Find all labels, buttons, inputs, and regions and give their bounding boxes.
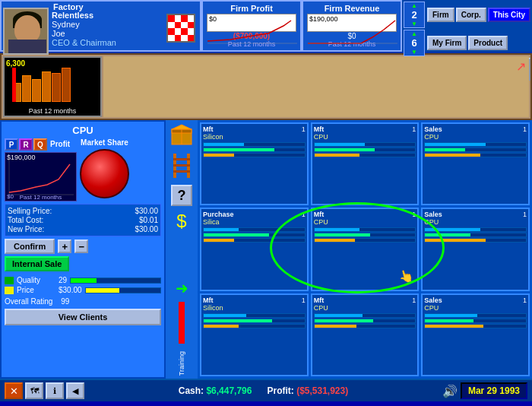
selling-label: Selling Price: [8, 207, 52, 215]
corp-up-arrow[interactable]: ▲ [411, 30, 417, 37]
btn-this-city[interactable]: This City [488, 8, 530, 22]
cell-mft-cpu-0: Mft 1 CPU [311, 122, 420, 205]
pricing-section: Selling Price: $30.00 Total Cost: $0.01 … [5, 204, 161, 236]
price-value: $30.00 [59, 286, 82, 294]
firm-role: CEO & Chairman [52, 38, 116, 47]
hand-cursor-icon: 👆 [397, 267, 415, 285]
quality-value: 29 [59, 276, 67, 284]
svg-rect-13 [173, 170, 190, 173]
new-price-label: New Price: [8, 225, 44, 233]
graph-main: ↗ [103, 56, 529, 117]
profit-label-status: Profit: [267, 385, 293, 396]
trend-icon: ↗ [516, 59, 526, 74]
graph-thumbnail: 6,300 Past 12 months [3, 56, 102, 117]
cell-mft-cpu-1: Mft 1 CPU 👆 [311, 208, 420, 290]
btn-my-firm[interactable]: My Firm [427, 36, 467, 50]
graph-number: 6,300 [6, 59, 25, 68]
graph-label: Past 12 months [5, 106, 100, 116]
view-clients-btn[interactable]: View Clients [5, 309, 161, 325]
factory-label: Factory [53, 2, 84, 11]
firm-number: 2 [411, 9, 416, 21]
profit-chart: $190,000 $0 Past 12 months [5, 152, 77, 201]
quality-row: Quality 29 [5, 276, 161, 284]
exit-btn[interactable]: ✕ [5, 382, 23, 399]
icon-panel: ? $ ➜ Training [166, 120, 198, 379]
corp-down-arrow[interactable]: ▼ [411, 49, 417, 56]
price-label-2: Price [17, 286, 59, 294]
total-cost-value: $0.01 [139, 216, 158, 224]
price-minus-btn[interactable]: − [74, 239, 88, 253]
new-price-value: $30.00 [135, 225, 158, 233]
firm-profit-title: Firm Profit [230, 4, 273, 13]
main-area: CPU P R Q Profit $190,000 $0 [0, 120, 532, 379]
btn-p[interactable]: P [5, 138, 18, 151]
btn-q[interactable]: Q [33, 138, 47, 151]
confirm-btn[interactable]: Confirm [5, 239, 55, 254]
cell-sales-cpu-1: Sales 1 CPU [421, 208, 530, 290]
firm-up-arrow[interactable]: ▲ [411, 2, 417, 9]
cash-label: Cash: [179, 385, 204, 396]
cell-mft-silicon-1: Mft 1 Silicon [200, 293, 309, 376]
firm-city: Sydney [52, 20, 116, 29]
cell-sales-cpu-2: Sales 1 CPU [421, 293, 530, 376]
firm-profit-box: Firm Profit $0 ($700,000) Past 12 months [201, 0, 302, 52]
cell-mft-silicon-0: Mft 1 Silicon [200, 122, 309, 205]
graph-area: 6,300 Past 12 months ↗ [0, 53, 532, 120]
cash-value: $6,447,796 [206, 385, 252, 396]
red-bar [179, 302, 185, 344]
firm-person: Joe [52, 29, 116, 38]
cash-profit-display: Cash: $6,447,796 Profit: ($5,531,923) [87, 385, 439, 396]
market-share-circle [80, 149, 129, 198]
help-icon[interactable]: ? [171, 185, 192, 206]
firm-controls: ▲ 2 ▼ Firm Corp. This City ▲ 6 ▼ My Firm… [402, 0, 532, 52]
production-grid: Mft 1 Silicon Mft 1 CPU [198, 120, 532, 379]
status-icons: ✕ 🗺 ℹ ◀ [5, 382, 84, 399]
svg-rect-12 [173, 164, 190, 167]
firm-down-arrow[interactable]: ▼ [411, 21, 417, 27]
btn-product[interactable]: Product [468, 36, 508, 50]
construction-icon[interactable] [170, 152, 193, 180]
overall-rating: Overall Rating 99 [5, 297, 161, 306]
factory-section: Factory Relentless Sydney Joe CEO & Chai… [0, 0, 201, 52]
profit-value-status: ($5,531,923) [296, 385, 348, 396]
total-cost-label: Total Cost: [8, 216, 43, 224]
back-btn[interactable]: ◀ [66, 382, 84, 399]
map-btn[interactable]: 🗺 [25, 382, 43, 399]
green-arrow-icon[interactable]: ➜ [176, 279, 188, 297]
cpu-title: CPU [5, 125, 161, 136]
date-display: Mar 29 1993 [461, 382, 527, 399]
svg-rect-11 [173, 158, 190, 160]
firm-revenue-box: Firm Revenue $190,000 $0 Past 12 months [302, 0, 402, 52]
cell-purchase-silica: Purchase 1 Silica [200, 208, 309, 290]
avatar [3, 8, 49, 55]
speaker-icon: 🔊 [442, 384, 458, 398]
selling-value: $30.00 [135, 207, 158, 215]
btn-corp[interactable]: Corp. [456, 8, 486, 22]
profit-label: Profit [50, 138, 70, 151]
cell-mft-cpu-2: Mft 1 CPU [311, 293, 420, 376]
company-logo [166, 14, 195, 43]
crate-icon[interactable] [170, 123, 193, 147]
internal-sale-btn[interactable]: Internal Sale [5, 256, 69, 271]
training-label: Training [178, 351, 185, 376]
cell-sales-cpu-0: Sales 1 CPU [421, 122, 530, 205]
quality-label: Quality [17, 276, 59, 284]
price-row: Price $30.00 [5, 286, 161, 294]
firm-name: Relentless [52, 11, 116, 20]
cpu-panel: CPU P R Q Profit $190,000 $0 [0, 120, 166, 379]
btn-r[interactable]: R [19, 138, 33, 151]
market-share-label: Market Share [81, 138, 128, 147]
corp-number: 6 [411, 37, 416, 49]
dollar-icon[interactable]: $ [176, 211, 186, 232]
firm-revenue-title: Firm Revenue [325, 4, 380, 13]
svg-marker-8 [172, 125, 192, 129]
info-btn[interactable]: ℹ [46, 382, 64, 399]
price-plus-btn[interactable]: + [58, 239, 71, 253]
status-bar: ✕ 🗺 ℹ ◀ Cash: $6,447,796 Profit: ($5,531… [0, 379, 532, 401]
btn-firm[interactable]: Firm [427, 8, 454, 22]
